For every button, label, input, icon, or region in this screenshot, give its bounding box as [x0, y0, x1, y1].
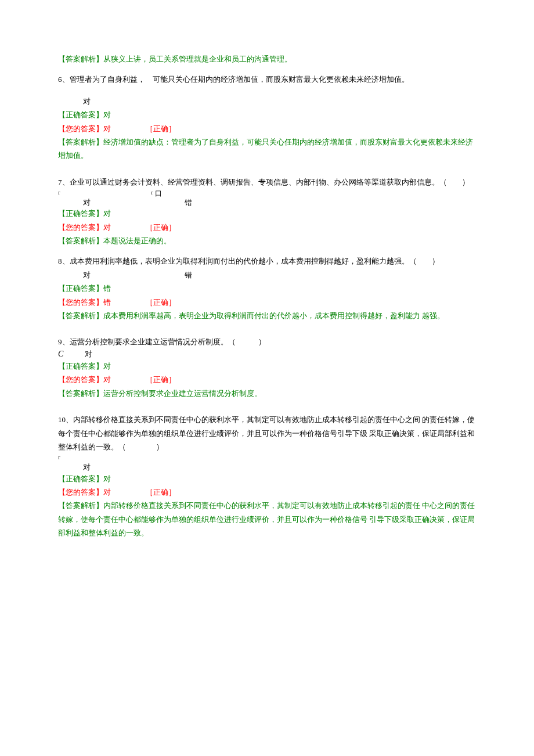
- result-flag: ［正确］: [146, 221, 176, 234]
- analysis-label: 【答案解析】: [58, 55, 103, 63]
- options-row: r 对: [58, 453, 476, 471]
- correct-answer-line: 【正确答案】对: [58, 108, 476, 121]
- option-true-label[interactable]: 对: [85, 350, 92, 359]
- correct-answer-line: 【正确答案】对: [58, 472, 476, 485]
- analysis-label: 【答案解析】: [58, 501, 103, 510]
- analysis-label: 【答案解析】: [58, 138, 103, 146]
- your-answer-line: 【您的答案】对 ［正确］: [58, 485, 476, 499]
- your-answer-line: 【您的答案】对 ［正确］: [58, 221, 476, 234]
- result-flag: ［正确］: [146, 485, 176, 499]
- option-true-label[interactable]: 对: [83, 95, 91, 108]
- analysis-line: 【答案解析】经济增加值的缺点：管理者为了自身利益，可能只关心任期内的经济增加值，…: [58, 135, 476, 163]
- question-8: 8、成本费用利润率越低，表明企业为取得利润而付出的代价越小，成本费用控制得越好，…: [58, 254, 476, 322]
- result-flag: ［正确］: [146, 296, 176, 309]
- your-answer-value: 对: [103, 221, 111, 234]
- correct-answer-value: 错: [103, 284, 111, 293]
- result-flag: ［正确］: [146, 122, 176, 135]
- analysis-label: 【答案解析】: [58, 236, 103, 245]
- question-9: 9、运营分析控制要求企业建立运营情况分析制度。（ ） C 对 【正确答案】对 【…: [58, 335, 476, 400]
- correct-answer-value: 对: [103, 474, 111, 483]
- correct-answer-line: 【正确答案】对: [58, 359, 476, 373]
- analysis-line: 【答案解析】内部转移价格直接关系到不同责任中心的获利水平，其制定可以有效地防止成…: [58, 499, 476, 539]
- correct-answer-value: 对: [103, 362, 111, 370]
- your-answer-line: 【您的答案】对 ［正确］: [58, 373, 476, 386]
- analysis-line: 【答案解析】运营分析控制要求企业建立运营情况分析制度。: [58, 387, 476, 400]
- correct-answer-label: 【正确答案】: [58, 110, 103, 119]
- question-text: 7、企业可以通过财务会计资料、经营管理资料、调研报告、专项信息、内部刊物、办公网…: [58, 175, 476, 189]
- analysis-label: 【答案解析】: [58, 311, 103, 320]
- question-10: 10、内部转移价格直接关系到不同责任中心的获利水平，其制定可以有效地防止成本转移…: [58, 413, 476, 539]
- your-answer-label: 【您的答案】: [58, 296, 103, 309]
- analysis-text: 成本费用利润率越高，表明企业为取得利润而付出的代价越小，成本费用控制得越好，盈利…: [103, 311, 445, 320]
- your-answer-label: 【您的答案】: [58, 221, 103, 234]
- options-row: C 对: [58, 349, 476, 359]
- question-text: 9、运营分析控制要求企业建立运营情况分析制度。（ ）: [58, 335, 476, 348]
- radio-icon[interactable]: r: [58, 453, 60, 460]
- radio-icon[interactable]: r: [58, 189, 60, 196]
- options-row: 对 错: [58, 268, 476, 282]
- your-answer-label: 【您的答案】: [58, 485, 103, 499]
- correct-answer-line: 【正确答案】错: [58, 282, 476, 295]
- analysis-line: 【答案解析】本题说法是正确的。: [58, 234, 476, 247]
- question-text: 10、内部转移价格直接关系到不同责任中心的获利水平，其制定可以有效地防止成本转移…: [58, 413, 476, 453]
- your-answer-label: 【您的答案】: [58, 373, 103, 386]
- question-text: 8、成本费用利润率越低，表明企业为取得利润而付出的代价越小，成本费用控制得越好，…: [58, 254, 476, 268]
- result-flag: ［正确］: [146, 373, 176, 386]
- radio-icon[interactable]: C: [58, 350, 63, 358]
- your-answer-line: 【您的答案】错 ［正确］: [58, 296, 476, 309]
- option-true-label[interactable]: 对: [83, 463, 91, 472]
- option-true-label[interactable]: 对: [83, 268, 91, 282]
- correct-answer-value: 对: [103, 110, 111, 119]
- analysis-text: 从狭义上讲，员工关系管理就是企业和员工的沟通管理。: [103, 55, 292, 63]
- correct-answer-value: 对: [103, 209, 111, 218]
- analysis-text: 运营分析控制要求企业建立运营情况分析制度。: [103, 389, 262, 398]
- question-7: 7、企业可以通过财务会计资料、经营管理资料、调研报告、专项信息、内部刊物、办公网…: [58, 175, 476, 248]
- correct-answer-label: 【正确答案】: [58, 284, 103, 293]
- your-answer-value: 对: [103, 485, 111, 499]
- question-5-analysis: 【答案解析】从狭义上讲，员工关系管理就是企业和员工的沟通管理。: [58, 52, 476, 66]
- your-answer-line: 【您的答案】对 ［正确］: [58, 122, 476, 135]
- analysis-line: 【答案解析】成本费用利润率越高，表明企业为取得利润而付出的代价越小，成本费用控制…: [58, 309, 476, 322]
- option-true-label[interactable]: 对: [83, 198, 91, 207]
- question-6: 6、管理者为了自身利益， 可能只关心任期内的经济增加值，而股东财富最大化更依赖未…: [58, 73, 476, 162]
- option-false-label[interactable]: 错: [185, 268, 192, 282]
- correct-answer-line: 【正确答案】对: [58, 207, 476, 220]
- question-text: 6、管理者为了自身利益， 可能只关心任期内的经济增加值，而股东财富最大化更依赖未…: [58, 73, 476, 86]
- analysis-text: 经济增加值的缺点：管理者为了自身利益，可能只关心任期内的经济增加值，而股东财富最…: [58, 138, 473, 160]
- options-row: r r 口 对 错: [58, 189, 476, 207]
- your-answer-value: 错: [103, 296, 111, 309]
- your-answer-value: 对: [103, 373, 111, 386]
- your-answer-label: 【您的答案】: [58, 122, 103, 135]
- analysis-text: 本题说法是正确的。: [103, 236, 171, 245]
- analysis-label: 【答案解析】: [58, 389, 103, 398]
- option-false-label[interactable]: 错: [185, 198, 192, 207]
- options-row: 对: [58, 95, 476, 108]
- analysis-text: 内部转移价格直接关系到不同责任中心的获利水平，其制定可以有效地防止成本转移引起的…: [58, 501, 475, 537]
- correct-answer-label: 【正确答案】: [58, 474, 103, 483]
- your-answer-value: 对: [103, 122, 111, 135]
- correct-answer-label: 【正确答案】: [58, 209, 103, 218]
- correct-answer-label: 【正确答案】: [58, 362, 103, 370]
